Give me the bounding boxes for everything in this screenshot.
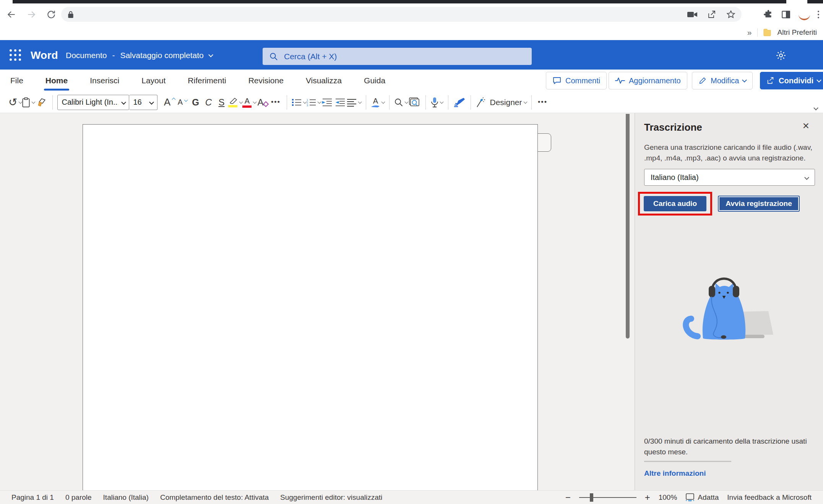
find-button[interactable]: [394, 94, 408, 110]
media-camera-icon[interactable]: [687, 11, 697, 18]
tab-inserisci[interactable]: Inserisci: [89, 75, 120, 87]
search-input[interactable]: Cerca (Alt + X): [263, 48, 532, 65]
underline-button[interactable]: S: [215, 94, 228, 110]
zoom-out-button[interactable]: −: [565, 492, 571, 503]
start-recording-button[interactable]: Avvia registrazione: [718, 196, 800, 212]
usage-progress-bar: [644, 461, 731, 462]
more-info-link[interactable]: Altre informazioni: [644, 469, 706, 478]
document-canvas: Trascrizione × Genera una trascrizione c…: [0, 113, 823, 490]
language-select[interactable]: Italiano (Italia): [644, 169, 815, 186]
edit-mode-button[interactable]: Modifica: [692, 72, 753, 89]
comment-icon: [552, 76, 562, 85]
svg-text:2: 2: [307, 101, 308, 104]
page-count[interactable]: Pagina 1 di 1: [11, 493, 54, 502]
numbered-list-button[interactable]: 123: [306, 94, 321, 110]
shrink-font-button[interactable]: A: [176, 94, 189, 110]
extensions-puzzle-icon[interactable]: [763, 10, 773, 19]
browser-toolbar: [0, 3, 823, 25]
browser-menu-icon[interactable]: [818, 11, 819, 18]
bookmarks-overflow-icon[interactable]: »: [747, 28, 752, 37]
tab-file[interactable]: File: [10, 75, 24, 87]
format-painter-button[interactable]: [35, 94, 48, 110]
styles-button[interactable]: A: [371, 94, 385, 110]
fit-to-page-button[interactable]: Adatta: [685, 493, 719, 502]
collapse-ribbon-icon[interactable]: [813, 105, 818, 110]
close-icon[interactable]: ×: [802, 120, 809, 131]
tab-visualizza[interactable]: Visualizza: [305, 75, 343, 87]
share-button[interactable]: Condividi: [760, 72, 823, 89]
browser-tab-strip: [0, 0, 823, 3]
feedback-link[interactable]: Invia feedback a Microsoft: [727, 493, 812, 502]
comments-label: Commenti: [565, 76, 600, 85]
share-icon[interactable]: [707, 10, 716, 19]
chevron-down-icon: [804, 175, 809, 180]
bookmark-star-icon[interactable]: [726, 10, 735, 19]
bookmarks-folder-label[interactable]: Altri Preferiti: [778, 28, 817, 37]
app-launcher-icon[interactable]: [7, 47, 24, 63]
reload-icon[interactable]: [43, 6, 60, 23]
profile-avatar[interactable]: [799, 9, 810, 20]
align-icon: [347, 98, 357, 107]
dictate-button[interactable]: [430, 94, 443, 110]
text-completion-status[interactable]: Completamento del testo: Attivata: [160, 493, 269, 502]
document-title[interactable]: Documento - Salvataggio completato: [66, 51, 213, 60]
grow-font-button[interactable]: A: [163, 94, 176, 110]
side-panel-icon[interactable]: [781, 10, 791, 19]
paste-button[interactable]: [22, 94, 35, 110]
zoom-level[interactable]: 100%: [659, 493, 677, 502]
comments-button[interactable]: Commenti: [546, 72, 607, 89]
app-name[interactable]: Word: [31, 49, 58, 62]
lock-icon: [67, 11, 74, 18]
language-value: Italiano (Italia): [651, 173, 699, 182]
more-toolbar-button[interactable]: •••: [536, 94, 549, 110]
tab-home[interactable]: Home: [45, 75, 68, 87]
font-name-select[interactable]: Calibri Light (In...: [57, 95, 129, 110]
bullet-list-button[interactable]: [292, 94, 306, 110]
editor-button[interactable]: [453, 94, 466, 110]
outdent-icon: [322, 98, 333, 107]
divider: [757, 28, 758, 37]
settings-gear-icon[interactable]: [773, 47, 789, 64]
microphone-icon: [431, 97, 438, 108]
update-button[interactable]: Aggiornamento: [609, 72, 687, 89]
tab-revisione[interactable]: Revisione: [248, 75, 284, 87]
tab-layout[interactable]: Layout: [141, 75, 166, 87]
bold-button[interactable]: G: [189, 94, 202, 110]
increase-indent-button[interactable]: [334, 94, 347, 110]
decrease-indent-button[interactable]: [321, 94, 334, 110]
document-page[interactable]: [83, 124, 538, 490]
upload-audio-button[interactable]: Carica audio: [644, 196, 706, 211]
status-language[interactable]: Italiano (Italia): [103, 493, 149, 502]
clear-formatting-button[interactable]: A: [256, 94, 269, 110]
undo-button[interactable]: ↺: [8, 94, 22, 110]
align-button[interactable]: [347, 94, 361, 110]
title-separator: -: [112, 51, 115, 60]
zoom-in-button[interactable]: +: [645, 492, 650, 503]
designer-button[interactable]: Designer: [476, 94, 526, 110]
highlight-button[interactable]: [228, 94, 242, 110]
editor-suggestions-status[interactable]: Suggerimenti editor: visualizzati: [280, 493, 382, 502]
fit-label: Adatta: [698, 493, 719, 502]
address-bar[interactable]: [61, 7, 742, 22]
activity-icon: [615, 77, 625, 84]
update-label: Aggiornamento: [629, 76, 681, 85]
vertical-scrollbar[interactable]: [626, 114, 630, 339]
zoom-slider-handle[interactable]: [590, 493, 593, 502]
forward-icon[interactable]: [23, 6, 40, 23]
immersive-reader-button[interactable]: [408, 94, 421, 110]
more-font-options-button[interactable]: •••: [269, 94, 282, 110]
zoom-slider[interactable]: [579, 497, 636, 498]
chevron-down-icon: [742, 78, 747, 83]
word-count[interactable]: 0 parole: [65, 493, 92, 502]
italic-button[interactable]: C: [202, 94, 215, 110]
tab-riferimenti[interactable]: Riferimenti: [187, 75, 227, 87]
styles-icon: A: [371, 97, 380, 108]
chevron-down-icon[interactable]: [208, 52, 213, 57]
tab-guida[interactable]: Guida: [363, 75, 386, 87]
tab-strip-segment: [13, 0, 786, 3]
font-color-button[interactable]: A: [242, 94, 256, 110]
font-color-icon: A: [242, 97, 252, 108]
font-size-select[interactable]: 16: [129, 95, 157, 110]
magic-wand-icon: [476, 97, 485, 108]
back-icon[interactable]: [3, 6, 20, 23]
